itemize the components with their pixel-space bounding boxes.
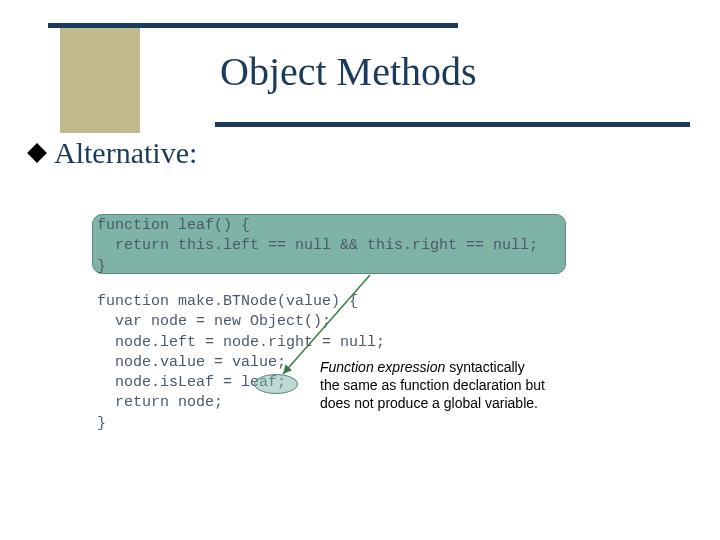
bottom-divider bbox=[215, 122, 690, 127]
page-title: Object Methods bbox=[220, 48, 477, 95]
decorative-block bbox=[60, 28, 140, 133]
leaf-highlight-ellipse bbox=[254, 374, 298, 394]
annotation-text: Function expression syntactically the sa… bbox=[320, 358, 545, 413]
bullet-label: Alternative: bbox=[54, 136, 197, 170]
code-block-top: function leaf() { return this.left == nu… bbox=[97, 216, 538, 277]
top-divider bbox=[48, 23, 458, 28]
diamond-bullet-icon bbox=[27, 143, 47, 163]
bullet-row: Alternative: bbox=[30, 136, 197, 170]
annotation-emphasis: Function expression bbox=[320, 359, 445, 375]
